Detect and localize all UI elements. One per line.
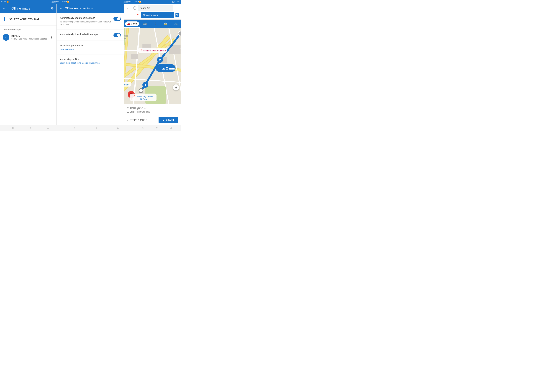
transport-tab-bus[interactable]: 🚌 [140, 20, 150, 28]
download-prefs-link[interactable]: Over Wi-Fi only [60, 48, 121, 51]
nav-top-row: ← ⋮ [126, 5, 179, 11]
svg-text:2: 2 [159, 58, 161, 62]
battery-label-1: 77% [56, 1, 59, 3]
dot-2 [131, 8, 131, 8]
steps-label: STEPS & MORE [130, 119, 147, 121]
car-duration: 2 min [131, 22, 137, 25]
walk-icon: 🚶 [153, 22, 157, 25]
transport-tab-walk[interactable]: 🚶 [150, 20, 160, 28]
auto-update-title: Automatically update offline maps [60, 17, 111, 20]
transport-tab-transit[interactable]: 🚋 [160, 20, 171, 28]
about-link[interactable]: Learn more about using Google Maps offli… [60, 62, 121, 65]
time-label-1: 12:33 [51, 1, 56, 3]
panel1-title: Offline maps [9, 4, 48, 13]
berlin-map-meta: 65 MB • Expires 27 May unless updated [11, 38, 47, 40]
route-info: 2 min (650 m) ☁ Offline · No traffic dat… [124, 104, 181, 115]
steps-icon: ≡ [127, 119, 128, 121]
start-label: START [166, 119, 174, 121]
recents-nav-button-3[interactable]: □ [170, 126, 172, 129]
transport-tab-bike[interactable]: 🚲 [171, 20, 181, 28]
auto-download-title: Automatically download offline maps [60, 33, 111, 36]
origin-search-input[interactable] [138, 5, 173, 11]
more-options-button[interactable]: ⋮ [175, 6, 179, 11]
berlin-map-info: BERLIN 65 MB • Expires 27 May unless upd… [11, 35, 47, 40]
settings-icon-panel1[interactable]: ⚙ [51, 6, 54, 10]
svg-text:☁ 2 min: ☁ 2 min [162, 66, 175, 70]
offline-cloud-icon: ☁ [127, 111, 129, 113]
start-navigation-button[interactable]: ▲ START [158, 117, 178, 123]
transport-tab-car[interactable]: 🚗 2 min [124, 20, 140, 28]
destination-search-input[interactable] [141, 12, 174, 18]
no-sim-label-3: No SIM [134, 1, 139, 3]
back-button-panel1[interactable]: ← [3, 6, 6, 10]
panel3-navigation: ← ⋮ 📍 ⇅ [124, 4, 181, 125]
time-label-2: 12:33 [124, 1, 128, 3]
status-right-1: 12:33 77% [51, 1, 59, 3]
auto-download-toggle[interactable] [113, 33, 121, 37]
bike-icon: 🚲 [174, 22, 178, 25]
panel1-header: ← Offline maps ⚙ [0, 4, 57, 13]
svg-rect-17 [131, 54, 138, 59]
home-nav-button-2[interactable]: ○ [96, 126, 97, 129]
panel2-settings: ← Offline maps settings Automatically up… [57, 4, 124, 125]
car-duration-badge: 🚗 2 min [125, 22, 139, 26]
transport-tabs: 🚗 2 min 🚌 🚶 🚋 🚲 [124, 20, 181, 28]
route-distance: (650 m) [137, 107, 147, 110]
download-prefs-title: Download preferences [60, 44, 121, 47]
settings-about[interactable]: About Maps offline Learn more about usin… [57, 54, 124, 68]
auto-update-toggle[interactable] [113, 17, 121, 21]
settings-auto-update: Automatically update offline maps To sav… [57, 13, 124, 29]
nav-bar-2: ◁ ○ □ [60, 125, 132, 131]
settings-auto-download: Automatically download offline maps [57, 29, 124, 41]
berlin-map-menu-button[interactable]: ⋮ [49, 35, 54, 40]
select-map-button[interactable]: ⬇ SELECT YOUR OWN MAP [0, 13, 57, 25]
nav-bar-1: ◁ ○ □ [0, 125, 60, 131]
swap-directions-button[interactable]: ⇅ [175, 13, 179, 17]
bus-icon: 🚌 [143, 22, 147, 25]
navigation-bars: ◁ ○ □ ◁ ○ □ ◁ ○ □ [0, 125, 181, 131]
battery-label-3: 77% [177, 1, 180, 3]
about-text: About Maps offline Learn more about usin… [60, 58, 121, 65]
status-bar-panel2: No SIM 📶 12:33 77% [60, 0, 132, 4]
route-time-display: 2 min (650 m) [127, 106, 178, 110]
signal-icon-3: 📶 [139, 1, 141, 3]
berlin-map-item[interactable]: ✓ BERLIN 65 MB • Expires 27 May unless u… [3, 33, 54, 42]
nav-bar-3: ◁ ○ □ [132, 125, 181, 131]
battery-label-2: 77% [128, 1, 131, 3]
download-icon: ⬇ [3, 17, 6, 22]
select-map-label: SELECT YOUR OWN MAP [9, 18, 40, 21]
auto-update-text: Automatically update offline maps To sav… [60, 17, 111, 26]
status-right-3: 12:34 77% [172, 1, 180, 3]
back-button-panel3[interactable]: ← [126, 6, 129, 10]
home-nav-button-3[interactable]: ○ [156, 126, 158, 129]
my-location-button[interactable]: ⊕ [173, 84, 179, 90]
home-nav-button-1[interactable]: ○ [29, 126, 31, 129]
back-nav-button-2[interactable]: ◁ [74, 126, 76, 129]
svg-point-25 [178, 31, 181, 36]
back-button-panel2[interactable]: ← [59, 6, 63, 10]
berlin-map-name: BERLIN [11, 35, 47, 37]
download-prefs-text: Download preferences Over Wi-Fi only [60, 44, 121, 51]
signal-icon-2: 📶 [67, 1, 69, 3]
steps-more-button[interactable]: ≡ STEPS & MORE [127, 119, 157, 121]
settings-download-prefs[interactable]: Download preferences Over Wi-Fi only [57, 41, 124, 54]
back-nav-button-3[interactable]: ◁ [142, 126, 144, 129]
panel2-header: ← Offline maps settings [57, 4, 124, 13]
status-bar-panel3: No SIM 📶 12:34 77% [132, 0, 181, 4]
svg-text:The Grand: The Grand [124, 38, 126, 40]
map-area[interactable]: 2 1 [124, 28, 181, 104]
no-sim-label-1: No SIM [1, 1, 6, 3]
time-label-3: 12:34 [172, 1, 176, 3]
my-location-icon: ⊕ [175, 86, 177, 89]
back-nav-button-1[interactable]: ◁ [11, 126, 13, 129]
checkmark-icon: ✓ [5, 36, 7, 39]
downloaded-title: Downloaded maps [3, 28, 54, 31]
berlin-map-icon: ✓ [3, 34, 9, 41]
recents-nav-button-2[interactable]: □ [117, 126, 119, 129]
panel2-title: Offline maps settings [65, 7, 121, 10]
recents-nav-button-1[interactable]: □ [47, 126, 49, 129]
map-svg: 2 1 [124, 28, 181, 104]
svg-point-26 [139, 89, 143, 93]
svg-text:📍 ONE80° Hostel Berlin: 📍 ONE80° Hostel Berlin [140, 49, 166, 52]
route-status: ☁ Offline · No traffic data [127, 111, 178, 113]
